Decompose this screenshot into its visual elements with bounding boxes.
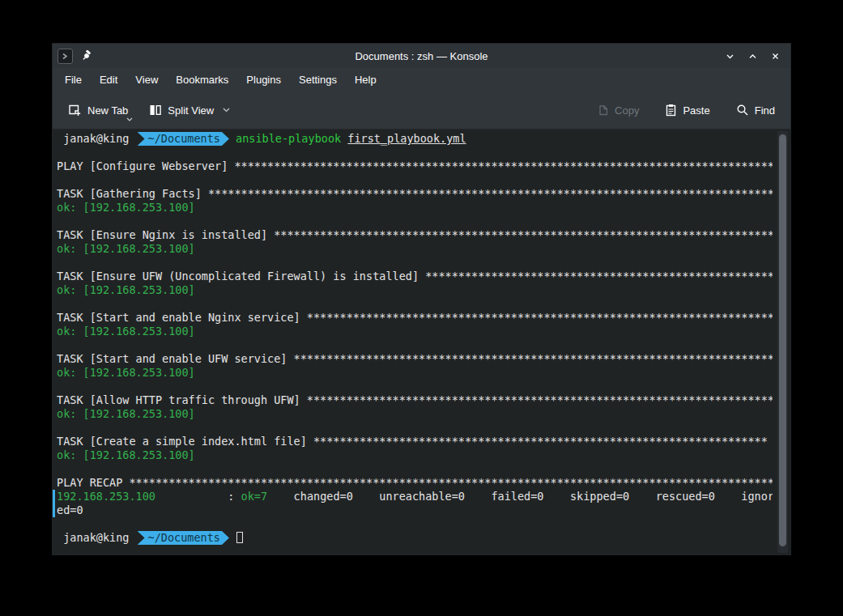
new-tab-label: New Tab [87, 104, 128, 117]
paste-label: Paste [683, 104, 709, 117]
menu-bookmarks[interactable]: Bookmarks [167, 70, 237, 89]
terminal-line: ok: [192.168.253.100] [57, 448, 773, 462]
terminal-line [57, 462, 773, 476]
menubar: File Edit View Bookmarks Plugins Setting… [53, 68, 790, 91]
titlebar[interactable]: Documents : zsh — Konsole [53, 44, 790, 68]
split-view-label: Split View [168, 104, 214, 117]
new-tab-button[interactable]: New Tab [61, 98, 135, 122]
copy-label: Copy [615, 104, 639, 117]
terminal-line: ok: [192.168.253.100] [57, 407, 773, 421]
copy-button[interactable]: Copy [590, 98, 646, 122]
copy-icon [597, 104, 609, 117]
terminal-line: ed=0 [57, 503, 773, 517]
terminal-line [57, 256, 773, 270]
maximize-button[interactable] [745, 49, 760, 63]
toolbar: New Tab Split View Copy [53, 91, 790, 129]
terminal-line: TASK [Start and enable UFW service] ****… [57, 352, 773, 366]
terminal-line [57, 517, 773, 531]
paste-button[interactable]: Paste [658, 98, 717, 122]
terminal-prompt-glyph [61, 52, 70, 61]
new-output-marker [53, 490, 55, 517]
new-tab-icon [68, 104, 82, 117]
scrollbar-track[interactable] [777, 131, 788, 553]
menu-view[interactable]: View [126, 70, 167, 89]
close-button[interactable] [768, 49, 782, 63]
window-title: Documents : zsh — Konsole [53, 50, 790, 62]
terminal-line: TASK [Ensure UFW (Uncomplicated Firewall… [57, 270, 773, 283]
powerline-path-badge: ~/Documents [138, 531, 229, 545]
terminal-output: janak@king ~/Documents ansible-playbook … [57, 132, 773, 554]
menu-edit[interactable]: Edit [91, 70, 126, 89]
terminal-line [57, 215, 773, 228]
konsole-window: Documents : zsh — Konsole File Edit View… [52, 43, 791, 555]
terminal-line [57, 146, 773, 159]
menu-file[interactable]: File [56, 70, 91, 89]
terminal-line [57, 297, 773, 311]
terminal-line: PLAY [Configure Webserver] *************… [57, 159, 773, 173]
terminal-cursor [236, 532, 243, 543]
terminal-line: janak@king ~/Documents ansible-playbook … [57, 132, 773, 146]
terminal-line [57, 380, 773, 393]
konsole-app-icon[interactable] [57, 49, 73, 64]
terminal-line [57, 421, 773, 435]
terminal-line: ok: [192.168.253.100] [57, 242, 773, 256]
terminal-line [57, 338, 773, 352]
find-button[interactable]: Find [729, 98, 782, 122]
terminal-line: ok: [192.168.253.100] [57, 325, 773, 338]
scrollbar-thumb[interactable] [779, 134, 786, 546]
powerline-path-badge: ~/Documents [138, 132, 229, 146]
terminal-line: 192.168.253.100 : ok=7 changed=0 unreach… [57, 490, 773, 503]
terminal-line: TASK [Create a simple index.html file] *… [57, 435, 773, 448]
paste-icon [665, 104, 677, 117]
terminal-area[interactable]: janak@king ~/Documents ansible-playbook … [53, 129, 790, 554]
find-label: Find [755, 104, 775, 117]
terminal-line: ok: [192.168.253.100] [57, 283, 773, 297]
new-tab-dropdown-chevron [126, 117, 133, 121]
terminal-line [57, 173, 773, 187]
split-view-button[interactable]: Split View [142, 98, 237, 122]
terminal-line: ok: [192.168.253.100] [57, 201, 773, 215]
terminal-line: ok: [192.168.253.100] [57, 366, 773, 380]
menu-settings[interactable]: Settings [290, 70, 346, 89]
pin-icon[interactable] [79, 49, 94, 63]
terminal-line: janak@king ~/Documents [57, 531, 773, 545]
terminal-line: PLAY RECAP *****************************… [57, 476, 773, 490]
terminal-line: TASK [Allow HTTP traffic through UFW] **… [57, 393, 773, 407]
menu-plugins[interactable]: Plugins [237, 70, 290, 89]
terminal-line: TASK [Start and enable Nginx service] **… [57, 311, 773, 325]
terminal-line: TASK [Gathering Facts] *****************… [57, 187, 773, 201]
minimize-button[interactable] [722, 49, 737, 63]
menu-help[interactable]: Help [346, 70, 385, 89]
terminal-line: TASK [Ensure Nginx is installed] *******… [57, 228, 773, 242]
split-view-icon [149, 104, 162, 117]
find-icon [736, 104, 749, 117]
split-view-dropdown-chevron [223, 108, 230, 113]
